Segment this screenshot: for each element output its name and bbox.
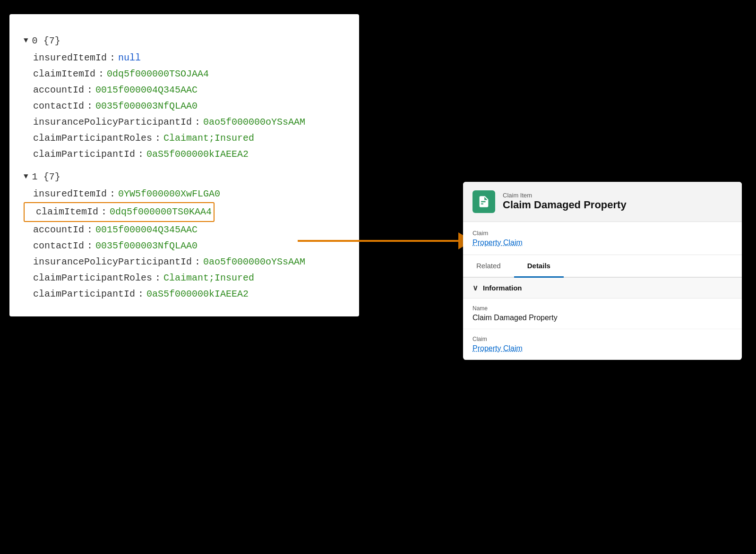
- claim-detail-field: Claim Property Claim: [463, 329, 742, 360]
- item0-field-6: claimParticipantId : 0aS5f000000kIAEEA2: [24, 146, 345, 162]
- sf-header: Claim Item Claim Damaged Property: [463, 182, 742, 222]
- item1-count: {7}: [43, 169, 60, 185]
- item1-header: ▼ 1 {7}: [24, 169, 345, 185]
- name-field: Name Claim Damaged Property: [463, 298, 742, 329]
- claim-item-svg: [477, 195, 490, 208]
- item1-field-6: claimParticipantId : 0aS5f000000kIAEEA2: [24, 286, 345, 302]
- item0-index: 0: [32, 33, 38, 49]
- sf-body: Claim Property Claim Related Details ∨ I…: [463, 222, 742, 360]
- name-value: Claim Damaged Property: [472, 314, 732, 322]
- collapse-arrow-1[interactable]: ▼: [24, 170, 28, 183]
- item1-field-2: accountId : 0015f000004Q345AAC: [24, 222, 345, 238]
- sf-claim-field: Claim Property Claim: [463, 222, 742, 255]
- item0-field-2: accountId : 0015f000004Q345AAC: [24, 82, 345, 98]
- collapse-arrow-0[interactable]: ▼: [24, 34, 28, 47]
- item1-field-4: insurancePolicyParticipantId : 0ao5f0000…: [24, 254, 345, 270]
- item0-field-5: claimParticipantRoles : Claimant;Insured: [24, 130, 345, 146]
- claim-item-icon: [472, 190, 495, 213]
- chevron-icon: ∨: [472, 283, 478, 292]
- tab-details[interactable]: Details: [514, 255, 564, 278]
- item0-count: {7}: [43, 33, 60, 49]
- sf-record-panel: Claim Item Claim Damaged Property Claim …: [463, 182, 742, 360]
- sf-title: Claim Damaged Property: [503, 199, 627, 211]
- claim-detail-label: Claim: [472, 336, 732, 342]
- claim-field-link[interactable]: Property Claim: [472, 239, 732, 247]
- item1-field-3: contactId : 0035f000003NfQLAA0: [24, 238, 345, 254]
- item1-field-1-highlighted: claimItemId : 0dq5f000000TS0KAA4: [24, 202, 345, 222]
- arrow-line: [298, 240, 458, 242]
- item0-field-3: contactId : 0035f000003NfQLAA0: [24, 98, 345, 114]
- json-panel: ▼ 0 {7} insuredItemId : null claimItemId…: [9, 14, 359, 316]
- item1-index: 1: [32, 169, 38, 185]
- sf-subtitle: Claim Item: [503, 192, 627, 199]
- sf-header-text: Claim Item Claim Damaged Property: [503, 192, 627, 211]
- item0-header: ▼ 0 {7}: [24, 33, 345, 49]
- info-section-title: Information: [483, 284, 522, 292]
- item0-field-4: insurancePolicyParticipantId : 0ao5f0000…: [24, 114, 345, 130]
- tab-related[interactable]: Related: [463, 255, 514, 278]
- sf-info-section[interactable]: ∨ Information: [463, 278, 742, 298]
- name-label: Name: [472, 305, 732, 312]
- claim-field-label: Claim: [472, 230, 732, 237]
- highlighted-claim-item-id: claimItemId : 0dq5f000000TS0KAA4: [24, 202, 215, 222]
- item1-field-5: claimParticipantRoles : Claimant;Insured: [24, 270, 345, 286]
- item1-field-0: insuredItemId : 0YW5f000000XwFLGA0: [24, 186, 345, 202]
- item0-field-0: insuredItemId : null: [24, 50, 345, 66]
- sf-tabs: Related Details: [463, 255, 742, 278]
- item0-field-1: claimItemId : 0dq5f000000TSOJAA4: [24, 66, 345, 82]
- claim-detail-link[interactable]: Property Claim: [472, 344, 732, 353]
